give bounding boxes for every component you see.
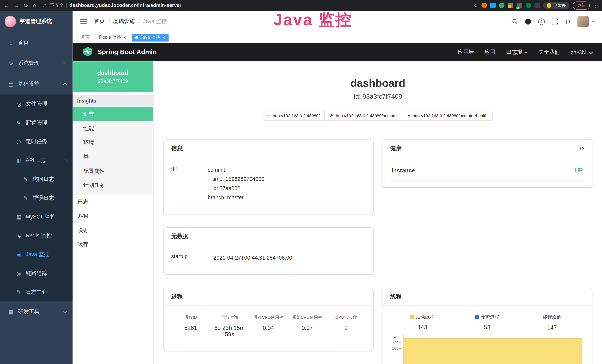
- instance-url-button[interactable]: ⌂ http://192.168.0.2:48080/: [263, 110, 325, 120]
- health-url-button[interactable]: ♥ http://192.168.0.2:48080/actuator/heal…: [403, 110, 493, 120]
- metric-cpu-cores: CPU核心数 2: [327, 314, 366, 337]
- sidebar-item-log-center[interactable]: ✎ 日志中心: [0, 283, 73, 301]
- tab-home[interactable]: 首页: [77, 33, 93, 41]
- sidebar-item-access-log[interactable]: ✎ 访问日志: [0, 170, 73, 188]
- chevron-down-icon: [589, 49, 593, 54]
- history-icon[interactable]: ↺: [580, 145, 584, 152]
- search-icon[interactable]: [512, 18, 518, 24]
- sidebar-item-config-mgmt[interactable]: ✎ 配置管理: [0, 113, 73, 132]
- extension-icon-3[interactable]: [499, 3, 505, 8]
- breadcrumb-infrastructure[interactable]: 基础设施: [113, 18, 135, 25]
- sba-nav-wallboard[interactable]: 应用墙: [458, 49, 474, 56]
- java-monitor-icon: ▣: [15, 251, 22, 257]
- threads-card: 线程 活动线程 143: [383, 288, 592, 364]
- extension-icon-2[interactable]: [490, 3, 495, 8]
- sidebar-item-scheduled-job[interactable]: ◷ 定时任务: [0, 132, 73, 151]
- browser-toolbar: ← → ⟳ ⌂ ⚠ 不安全 dashboard.yudao.iocoder.cn…: [0, 0, 602, 11]
- spring-boot-admin-frame: Spring Boot Admin 应用墙 应用 日志报表 关于我们 zh-CN: [73, 43, 602, 364]
- extension-icon-1[interactable]: [482, 3, 487, 8]
- sidebar-item-dev-tools[interactable]: ▩ 研发工具: [0, 301, 73, 322]
- security-warning-icon[interactable]: ⚠: [43, 3, 47, 8]
- extension-icon-5[interactable]: on: [517, 3, 522, 8]
- url-text[interactable]: dashboard.yudao.iocoder.cn/infra/admin-s…: [70, 3, 182, 8]
- sidebar-item-label: Redis 监控: [26, 232, 52, 239]
- log-center-icon: ✎: [15, 289, 22, 295]
- sba-nav-journal[interactable]: 日志报表: [506, 49, 528, 56]
- sidebar-item-java-monitor[interactable]: ▣ Java 监控: [0, 245, 73, 264]
- mysql-icon: ▦: [15, 214, 22, 220]
- extension-icon-6[interactable]: [526, 3, 531, 8]
- live-threads-area: [403, 338, 582, 364]
- sidebar-collapse-icon[interactable]: [80, 19, 87, 24]
- app-logo[interactable]: 芋道管理系统: [0, 11, 73, 32]
- extension-icon-4[interactable]: [508, 3, 513, 8]
- metric-value: 6d 23h 15m 59s: [210, 324, 249, 337]
- sba-instance-header[interactable]: dashboard 93a3fc7f7409: [73, 61, 153, 92]
- sidebar-item-mysql-monitor[interactable]: ▦ MySQL 监控: [0, 207, 73, 226]
- extension-on-badge: on: [516, 7, 520, 9]
- process-card-body: 进程ID 5261 运行时间 6d 23h 15m 59s 进程CPU使用率: [163, 306, 373, 351]
- close-icon[interactable]: ×: [162, 35, 165, 40]
- sba-menu-caches[interactable]: 缓存: [73, 237, 153, 252]
- heart-icon: ♥: [408, 113, 410, 118]
- github-icon[interactable]: [525, 18, 531, 25]
- sba-menu-logs[interactable]: 日志: [73, 195, 153, 209]
- file-icon: ◎: [15, 101, 22, 107]
- health-instance-row[interactable]: Instance UP: [390, 161, 584, 181]
- extension-icon-7[interactable]: [535, 3, 540, 8]
- link-label: http://192.168.0.2:48080/: [273, 113, 320, 118]
- info-card-title: 信息: [171, 145, 183, 152]
- git-commit-label: commit:: [208, 165, 366, 174]
- profile-paused-pill[interactable]: 已暂停: [543, 2, 569, 9]
- sidebar-item-infrastructure[interactable]: ▤ 基础设施: [0, 74, 73, 95]
- browser-home-icon[interactable]: ⌂: [33, 2, 36, 8]
- sba-menu-details[interactable]: 细节: [73, 107, 153, 121]
- bookmark-star-icon[interactable]: ☆: [473, 2, 478, 8]
- breadcrumb-home[interactable]: 首页: [94, 18, 105, 25]
- metric-process-cpu: 进程CPU使用率 0.04: [249, 314, 288, 337]
- user-menu[interactable]: [577, 16, 594, 27]
- sidebar-item-error-log[interactable]: ✎ 错误日志: [0, 189, 73, 207]
- actuator-url-button[interactable]: http://192.168.0.2:48080/actuator: [324, 110, 403, 120]
- status-badge: UP: [575, 167, 583, 173]
- sba-nav-about[interactable]: 关于我们: [538, 49, 560, 56]
- sba-menu-environment[interactable]: 环境: [73, 136, 153, 150]
- sba-menu-scheduled-tasks[interactable]: 计划任务: [73, 178, 153, 193]
- legend-label: 线程峰值: [543, 314, 561, 321]
- address-bar[interactable]: ⚠ 不安全 dashboard.yudao.iocoder.cn/infra/a…: [43, 2, 469, 9]
- git-commit-id: id: 27aa832: [208, 183, 366, 193]
- fullscreen-icon[interactable]: [552, 18, 558, 24]
- sidebar-item-home[interactable]: ⌂ 首页: [0, 32, 73, 53]
- sba-locale-select[interactable]: zh-CN: [571, 49, 592, 55]
- font-size-icon[interactable]: TT: [565, 19, 571, 24]
- browser-update-button[interactable]: 更新: [573, 1, 590, 9]
- health-row-label: Instance: [392, 167, 415, 173]
- sidebar-item-system-mgmt[interactable]: ⚙ 系统管理: [0, 53, 73, 74]
- legend-value: 53: [455, 324, 519, 330]
- back-icon[interactable]: ←: [4, 2, 9, 8]
- sba-menu-mappings[interactable]: 映射: [73, 223, 153, 237]
- sba-nav-applications[interactable]: 应用: [485, 49, 495, 56]
- help-icon[interactable]: ?: [538, 18, 545, 25]
- browser-menu-icon[interactable]: ⋮: [593, 2, 598, 8]
- sba-menu-jvm[interactable]: JVM: [73, 209, 153, 223]
- sidebar-item-redis-monitor[interactable]: ◈ Redis 监控: [0, 226, 73, 245]
- sidebar-item-tracing[interactable]: ◎ 链路追踪: [0, 264, 73, 283]
- card-title: 元数据: [163, 228, 373, 245]
- tab-java-monitor[interactable]: Java 监控 ×: [132, 33, 168, 41]
- sba-menu-performance[interactable]: 性能: [73, 121, 153, 136]
- tab-label: Redis 监控: [99, 34, 121, 41]
- reload-icon[interactable]: ⟳: [24, 2, 28, 8]
- sidebar-item-file-mgmt[interactable]: ◎ 文件管理: [0, 94, 73, 113]
- sidebar-item-api-log[interactable]: ▥ API 日志: [0, 151, 73, 170]
- sba-menu-classes[interactable]: 类: [73, 150, 153, 164]
- sba-menu-config-props[interactable]: 配置属性: [73, 164, 153, 178]
- sidebar-item-label: Java 监控: [26, 251, 49, 258]
- link-label: http://192.168.0.2:48080/actuator: [336, 113, 398, 118]
- edit-icon: ✎: [15, 120, 22, 126]
- tab-redis-monitor[interactable]: Redis 监控 ×: [96, 33, 129, 41]
- chevron-down-icon: [63, 61, 67, 65]
- metric-value: 0.07: [288, 324, 327, 331]
- forward-icon[interactable]: →: [14, 2, 19, 8]
- close-icon[interactable]: ×: [123, 35, 126, 40]
